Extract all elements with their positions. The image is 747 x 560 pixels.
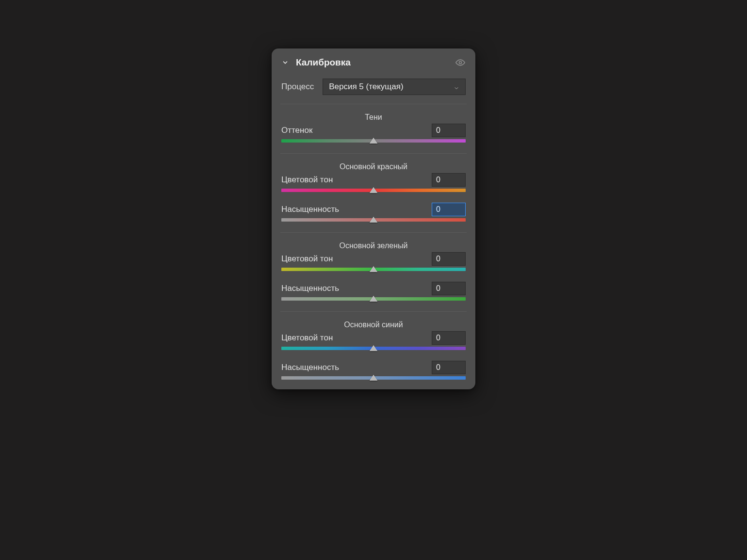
group-blue: Основной синий Цветовой тон Насыщенность: [281, 320, 466, 380]
shadow-tint-slider[interactable]: [281, 139, 466, 143]
slider-thumb[interactable]: [370, 266, 377, 272]
green-sat-value[interactable]: [432, 282, 466, 295]
slider-thumb[interactable]: [370, 138, 377, 144]
slider-row: Цветовой тон: [281, 173, 466, 187]
section-title-blue: Основной синий: [281, 320, 466, 329]
shadow-tint-label: Оттенок: [281, 126, 312, 135]
section-title-green: Основной зеленый: [281, 241, 466, 250]
slider-row: Насыщенность: [281, 203, 466, 216]
blue-hue-label: Цветовой тон: [281, 333, 333, 343]
slider-thumb[interactable]: [370, 187, 377, 193]
slider-row: Насыщенность: [281, 282, 466, 295]
slider-row: Цветовой тон: [281, 252, 466, 266]
red-sat-slider[interactable]: [281, 218, 466, 222]
slider-thumb[interactable]: [370, 217, 377, 223]
shadow-tint-value[interactable]: [432, 124, 466, 137]
section-title-shadows: Тени: [281, 113, 466, 122]
blue-sat-value[interactable]: [432, 361, 466, 374]
red-sat-label: Насыщенность: [281, 205, 339, 214]
slider-row: Оттенок: [281, 124, 466, 137]
red-sat-value[interactable]: [432, 203, 466, 216]
divider: [280, 232, 467, 233]
divider: [280, 104, 467, 104]
slider-row: Насыщенность: [281, 361, 466, 374]
red-hue-value[interactable]: [432, 173, 466, 187]
group-shadows: Тени Оттенок: [281, 113, 466, 143]
group-green: Основной зеленый Цветовой тон Насыщеннос…: [281, 241, 466, 301]
process-select[interactable]: Версия 5 (текущая): [323, 79, 466, 95]
green-hue-slider[interactable]: [281, 268, 466, 271]
blue-sat-slider[interactable]: [281, 376, 466, 380]
panel-header-left: Калибровка: [281, 57, 351, 68]
chevron-down-icon: [454, 84, 459, 90]
blue-hue-value[interactable]: [432, 331, 466, 345]
eye-icon[interactable]: [455, 57, 466, 68]
green-hue-label: Цветовой тон: [281, 254, 333, 264]
green-sat-slider[interactable]: [281, 297, 466, 301]
slider-thumb[interactable]: [370, 296, 377, 302]
panel-title: Калибровка: [296, 57, 351, 68]
calibration-panel: Калибровка Процесс Версия 5 (текущая) Те…: [272, 48, 475, 389]
svg-point-0: [459, 62, 462, 64]
group-red: Основной красный Цветовой тон Насыщеннос…: [281, 162, 466, 222]
process-select-value: Версия 5 (текущая): [329, 82, 404, 92]
slider-thumb[interactable]: [370, 345, 377, 351]
red-hue-slider[interactable]: [281, 189, 466, 192]
slider-row: Цветовой тон: [281, 331, 466, 345]
section-title-red: Основной красный: [281, 162, 466, 171]
process-row: Процесс Версия 5 (текущая): [281, 79, 466, 95]
slider-thumb[interactable]: [370, 375, 377, 381]
panel-header: Калибровка: [281, 57, 466, 68]
divider: [280, 153, 467, 154]
divider: [280, 311, 467, 312]
green-sat-label: Насыщенность: [281, 284, 339, 293]
chevron-down-icon[interactable]: [281, 59, 289, 66]
blue-sat-label: Насыщенность: [281, 363, 339, 372]
blue-hue-slider[interactable]: [281, 347, 466, 350]
green-hue-value[interactable]: [432, 252, 466, 266]
process-label: Процесс: [281, 82, 314, 92]
red-hue-label: Цветовой тон: [281, 175, 333, 185]
